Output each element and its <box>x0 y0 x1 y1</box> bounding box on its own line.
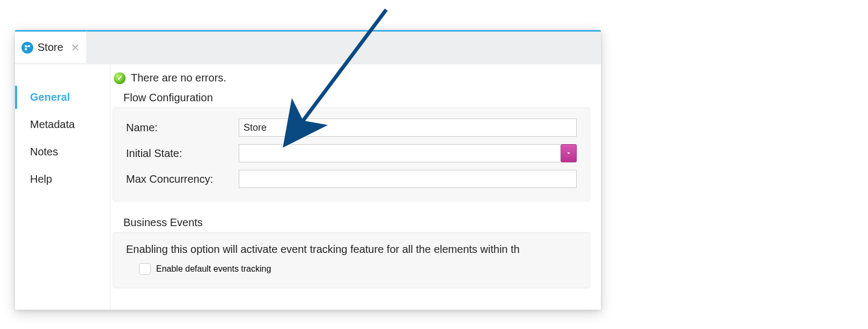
ok-icon <box>114 72 126 84</box>
status-message: There are no errors. <box>131 72 226 84</box>
status-row: There are no errors. <box>111 72 601 87</box>
sidebar-item-general[interactable]: General <box>15 86 110 109</box>
sidebar-item-label: Metadata <box>30 118 75 130</box>
sidebar-item-label: Help <box>30 173 52 185</box>
dropdown-button[interactable] <box>561 144 577 162</box>
content-area: There are no errors. Flow Configuration … <box>111 64 601 310</box>
tab-label: Store <box>38 41 63 54</box>
tab-store[interactable]: Store ✕ <box>15 30 87 63</box>
flow-icon <box>21 42 33 54</box>
flow-config-section: Name: Initial State: Max Concurrency: <box>113 107 590 201</box>
name-label: Name: <box>126 122 239 134</box>
chevron-down-icon <box>565 150 572 156</box>
max-concurrency-input[interactable] <box>239 170 577 188</box>
max-concurrency-row: Max Concurrency: <box>126 170 577 188</box>
initial-state-input[interactable] <box>239 144 577 162</box>
panel-body: General Metadata Notes Help There are no… <box>15 64 601 310</box>
name-row: Name: <box>126 118 577 137</box>
business-events-title: Business Events <box>111 212 601 232</box>
tab-bar: Store ✕ <box>15 30 601 64</box>
flow-config-title: Flow Configuration <box>111 87 601 107</box>
max-concurrency-label: Max Concurrency: <box>126 173 239 185</box>
sidebar: General Metadata Notes Help <box>15 64 111 310</box>
name-input[interactable] <box>239 118 577 137</box>
business-events-section: Enabling this option will activate event… <box>113 232 590 288</box>
business-events-description: Enabling this option will activate event… <box>126 243 590 256</box>
editor-panel: Store ✕ General Metadata Notes Help Ther… <box>15 30 601 310</box>
sidebar-item-label: General <box>30 91 70 103</box>
sidebar-item-notes[interactable]: Notes <box>15 140 110 163</box>
initial-state-label: Initial State: <box>126 147 239 160</box>
sidebar-item-help[interactable]: Help <box>15 168 110 191</box>
close-icon[interactable]: ✕ <box>71 41 80 54</box>
enable-tracking-row: Enable default events tracking <box>126 263 590 275</box>
enable-tracking-label: Enable default events tracking <box>156 264 271 274</box>
enable-tracking-checkbox[interactable] <box>139 263 151 275</box>
sidebar-item-label: Notes <box>30 146 58 158</box>
sidebar-item-metadata[interactable]: Metadata <box>15 113 110 136</box>
initial-state-combo <box>239 144 577 162</box>
initial-state-row: Initial State: <box>126 144 577 162</box>
